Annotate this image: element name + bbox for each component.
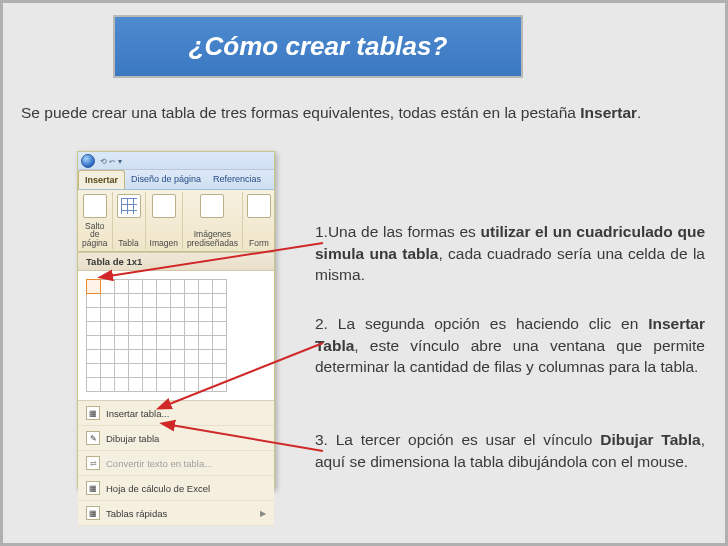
group-salto-l2: página — [82, 238, 108, 248]
menu-insertar-tabla[interactable]: ▦Insertar tabla... — [78, 401, 274, 426]
ribbon-tabs: Insertar Diseño de página Referencias — [78, 170, 274, 190]
slide-title: ¿Cómo crear tablas? — [113, 15, 523, 78]
menu-dibujar-tabla-label: Dibujar tabla — [106, 433, 159, 444]
menu-convertir-texto-label: Convertir texto en tabla... — [106, 458, 212, 469]
p3b: Dibujar Tabla — [600, 431, 700, 448]
page-break-icon — [83, 194, 107, 218]
qat-controls: ⟲ ⤺ ▾ — [100, 157, 122, 166]
tab-diseno[interactable]: Diseño de página — [125, 170, 207, 189]
menu-hoja-excel-label: Hoja de cálculo de Excel — [106, 483, 210, 494]
group-salto-l1: Salto de — [85, 221, 104, 240]
menu-dibujar-tabla[interactable]: ✎Dibujar tabla — [78, 426, 274, 451]
explain-1: 1.Una de las formas es utilizar el un cu… — [315, 221, 705, 286]
table-grid[interactable] — [78, 271, 274, 400]
group-imagen-label: Imagen — [150, 239, 178, 248]
p2a: 2. La segunda opción es haciendo clic en — [315, 315, 648, 332]
group-form-label: Form — [249, 239, 269, 248]
convert-icon: ⇄ — [86, 456, 100, 470]
dropdown-header: Tabla de 1x1 — [78, 252, 274, 271]
group-form[interactable]: Form — [243, 192, 275, 249]
chevron-right-icon: ▶ — [260, 509, 266, 518]
menu-convertir-texto: ⇄Convertir texto en tabla... — [78, 451, 274, 476]
image-icon — [152, 194, 176, 218]
menu-tablas-rapidas[interactable]: ▦Tablas rápidas▶ — [78, 501, 274, 526]
group-salto[interactable]: Salto depágina — [78, 192, 113, 249]
quick-tables-icon: ▦ — [86, 506, 100, 520]
explain-3: 3. La tercer opción es usar el vínculo D… — [315, 429, 705, 472]
p2c: , este vínculo abre una ventana que perm… — [315, 337, 705, 376]
group-clipart[interactable]: Imágenesprediseñadas — [183, 192, 243, 249]
word-screenshot: ⟲ ⤺ ▾ Insertar Diseño de página Referenc… — [77, 151, 275, 489]
shapes-icon — [247, 194, 271, 218]
table-icon — [117, 194, 141, 218]
tab-insertar[interactable]: Insertar — [78, 170, 125, 189]
explain-2: 2. La segunda opción es haciendo clic en… — [315, 313, 705, 378]
intro-text: Se puede crear una tabla de tres formas … — [21, 103, 705, 124]
group-tabla[interactable]: Tabla — [113, 192, 146, 249]
menu-insertar-tabla-label: Insertar tabla... — [106, 408, 169, 419]
intro-post: . — [637, 104, 641, 121]
intro-bold: Insertar — [580, 104, 637, 121]
ribbon-groups: Salto depágina Tabla Imagen Imágenespred… — [78, 190, 274, 252]
p3a: 3. La tercer opción es usar el vínculo — [315, 431, 600, 448]
group-tabla-label: Tabla — [118, 239, 138, 248]
quick-access-toolbar: ⟲ ⤺ ▾ — [78, 152, 274, 170]
group-clipart-l2: prediseñadas — [187, 238, 238, 248]
p1a: 1.Una de las formas es — [315, 223, 481, 240]
table-menu: ▦Insertar tabla... ✎Dibujar tabla ⇄Conve… — [78, 400, 274, 526]
grid-icon: ▦ — [86, 406, 100, 420]
clipart-icon — [200, 194, 224, 218]
pencil-icon: ✎ — [86, 431, 100, 445]
menu-hoja-excel[interactable]: ▦Hoja de cálculo de Excel — [78, 476, 274, 501]
tab-referencias[interactable]: Referencias — [207, 170, 267, 189]
group-imagen[interactable]: Imagen — [146, 192, 183, 249]
excel-icon: ▦ — [86, 481, 100, 495]
intro-pre: Se puede crear una tabla de tres formas … — [21, 104, 580, 121]
office-orb-icon — [81, 154, 95, 168]
menu-tablas-rapidas-label: Tablas rápidas — [106, 508, 167, 519]
